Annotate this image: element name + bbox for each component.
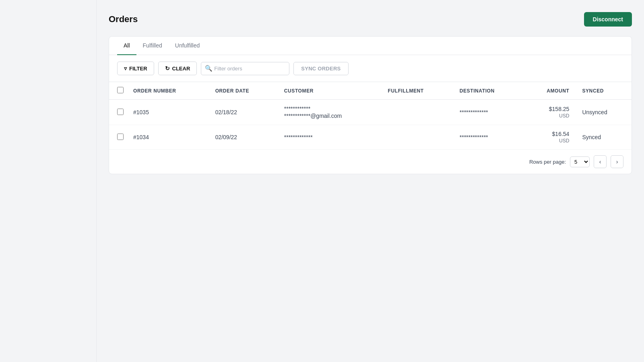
select-all-checkbox[interactable]: [117, 87, 124, 93]
order-number-cell: #1035: [127, 100, 209, 125]
amount-cell: $158.25USD: [524, 100, 576, 125]
main-content: Orders Disconnect All Fulfilled Unfulfil…: [97, 0, 644, 362]
synced-cell: Synced: [576, 125, 632, 150]
pagination-row: Rows per page: 5102550 ‹ ›: [109, 149, 632, 174]
search-icon: 🔍: [205, 65, 213, 72]
sync-orders-button[interactable]: SYNC ORDERS: [293, 62, 348, 75]
orders-table: ORDER NUMBER ORDER DATE CUSTOMER FULFILL…: [109, 82, 632, 149]
synced-cell: Unsynced: [576, 100, 632, 125]
row-checkbox-1[interactable]: [117, 134, 124, 140]
tab-unfulfilled[interactable]: Unfulfilled: [169, 37, 206, 55]
currency: USD: [559, 113, 569, 119]
customer-cell: *************: [278, 125, 382, 150]
search-input[interactable]: [201, 62, 289, 75]
filter-label: FILTER: [129, 66, 147, 72]
col-order-number: ORDER NUMBER: [127, 82, 209, 100]
col-fulfillment: FULFILLMENT: [382, 82, 453, 100]
currency: USD: [559, 138, 569, 144]
order-date-cell: 02/18/22: [209, 100, 278, 125]
col-destination: DESTINATION: [453, 82, 524, 100]
col-customer: CUSTOMER: [278, 82, 382, 100]
clear-icon: ↻: [165, 65, 170, 72]
page-title: Orders: [109, 14, 138, 25]
col-synced: SYNCED: [576, 82, 632, 100]
tabs-bar: All Fulfilled Unfulfilled: [109, 37, 632, 55]
next-page-button[interactable]: ›: [611, 155, 623, 168]
amount-cell: $16.54USD: [524, 125, 576, 150]
col-order-date: ORDER DATE: [209, 82, 278, 100]
customer-cell: ************ ************@gmail.com: [278, 100, 382, 125]
orders-card: All Fulfilled Unfulfilled ▿ FILTER ↻ CLE…: [109, 36, 632, 174]
destination-cell: *************: [453, 125, 524, 150]
search-wrap: 🔍: [201, 62, 289, 75]
row-checkbox-cell: [109, 125, 127, 150]
customer-line1: *************: [284, 134, 375, 140]
destination-cell: *************: [453, 100, 524, 125]
fulfillment-cell: [382, 125, 453, 150]
row-checkbox-0[interactable]: [117, 109, 124, 115]
fulfillment-cell: [382, 100, 453, 125]
customer-line1: ************: [284, 105, 375, 112]
row-checkbox-cell: [109, 100, 127, 125]
table-row: #1034 02/09/22 ************* ***********…: [109, 125, 632, 150]
order-number-cell: #1034: [127, 125, 209, 150]
col-amount: AMOUNT: [524, 82, 576, 100]
rows-per-page-label: Rows per page:: [529, 159, 566, 165]
select-all-header: [109, 82, 127, 100]
tab-fulfilled[interactable]: Fulfilled: [136, 37, 169, 55]
rows-per-page-select[interactable]: 5102550: [570, 156, 590, 167]
sidebar: [0, 0, 97, 362]
table-row: #1035 02/18/22 ************ ************…: [109, 100, 632, 125]
clear-button[interactable]: ↻ CLEAR: [158, 62, 197, 75]
page-header: Orders Disconnect: [109, 12, 632, 27]
prev-page-button[interactable]: ‹: [594, 155, 607, 168]
toolbar: ▿ FILTER ↻ CLEAR 🔍 SYNC ORDERS: [109, 55, 632, 82]
clear-label: CLEAR: [172, 66, 190, 72]
order-date-cell: 02/09/22: [209, 125, 278, 150]
filter-button[interactable]: ▿ FILTER: [117, 62, 154, 75]
tab-all[interactable]: All: [117, 37, 136, 55]
disconnect-button[interactable]: Disconnect: [584, 12, 632, 27]
customer-line2: ************@gmail.com: [284, 113, 375, 119]
filter-icon: ▿: [124, 65, 127, 72]
table-header-row: ORDER NUMBER ORDER DATE CUSTOMER FULFILL…: [109, 82, 632, 100]
